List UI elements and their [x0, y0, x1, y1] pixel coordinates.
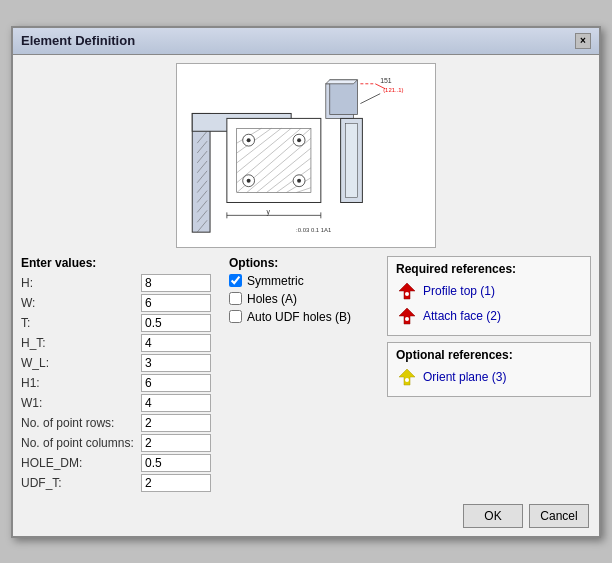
ref-icon-required-0	[396, 280, 418, 302]
ok-button[interactable]: OK	[463, 504, 523, 528]
checkbox-auto_udf[interactable]	[229, 310, 242, 323]
required-references-group: Required references: Profile top (1) Att…	[387, 256, 591, 336]
svg-text:151: 151	[380, 76, 392, 83]
options-container: Symmetric Holes (A) Auto UDF holes (B)	[229, 274, 379, 324]
field-label-h1: H1:	[21, 376, 141, 390]
svg-rect-2	[330, 79, 358, 114]
svg-text::0.03  0.1 1A1: :0.03 0.1 1A1	[296, 227, 331, 233]
option-label-symmetric: Symmetric	[247, 274, 304, 288]
option-row-auto_udf: Auto UDF holes (B)	[229, 310, 379, 324]
field-row-w: W:	[21, 294, 221, 312]
ref-label-required-0: Profile top (1)	[423, 284, 495, 298]
title-bar: Element Definition ×	[13, 28, 599, 55]
field-label-point_rows: No. of point rows:	[21, 416, 141, 430]
option-label-auto_udf: Auto UDF holes (B)	[247, 310, 351, 324]
field-row-w_l: W_L:	[21, 354, 221, 372]
svg-marker-52	[399, 308, 415, 324]
diagram-svg: 151 (121..1)	[177, 64, 435, 247]
optional-refs-container: Orient plane (3)	[396, 366, 582, 388]
svg-point-51	[405, 292, 409, 296]
svg-point-55	[405, 378, 409, 382]
option-row-holes: Holes (A)	[229, 292, 379, 306]
required-references-title: Required references:	[396, 262, 582, 276]
svg-point-40	[247, 178, 251, 182]
field-input-w[interactable]	[141, 294, 211, 312]
field-input-h1[interactable]	[141, 374, 211, 392]
field-row-hole_dm: HOLE_DM:	[21, 454, 221, 472]
svg-text:(121..1): (121..1)	[383, 86, 403, 92]
field-input-w_l[interactable]	[141, 354, 211, 372]
field-row-w1: W1:	[21, 394, 221, 412]
svg-marker-50	[399, 283, 415, 299]
references-section: Required references: Profile top (1) Att…	[387, 256, 591, 403]
field-label-h: H:	[21, 276, 141, 290]
svg-rect-44	[346, 123, 358, 197]
options-section: Options: Symmetric Holes (A) Auto UDF ho…	[229, 256, 379, 328]
field-row-h_t: H_T:	[21, 334, 221, 352]
field-input-point_rows[interactable]	[141, 414, 211, 432]
required-ref-item-1[interactable]: Attach face (2)	[396, 305, 582, 327]
ref-label-optional-0: Orient plane (3)	[423, 370, 506, 384]
enter-values-title: Enter values:	[21, 256, 221, 270]
field-input-h[interactable]	[141, 274, 211, 292]
field-label-t: T:	[21, 316, 141, 330]
field-label-w_l: W_L:	[21, 356, 141, 370]
field-row-point_rows: No. of point rows:	[21, 414, 221, 432]
field-input-w1[interactable]	[141, 394, 211, 412]
field-row-udf_t: UDF_T:	[21, 474, 221, 492]
svg-point-42	[297, 178, 301, 182]
ref-label-required-1: Attach face (2)	[423, 309, 501, 323]
options-title: Options:	[229, 256, 379, 270]
field-label-w: W:	[21, 296, 141, 310]
main-content-row: Enter values: H: W: T: H_T: W_L: H1: W1:…	[21, 256, 591, 494]
field-row-h: H:	[21, 274, 221, 292]
option-row-symmetric: Symmetric	[229, 274, 379, 288]
ref-icon-optional-0	[396, 366, 418, 388]
cancel-button[interactable]: Cancel	[529, 504, 589, 528]
svg-text:y: y	[266, 208, 270, 216]
diagram-canvas: 151 (121..1)	[176, 63, 436, 248]
required-refs-container: Profile top (1) Attach face (2)	[396, 280, 582, 327]
enter-values-section: Enter values: H: W: T: H_T: W_L: H1: W1:…	[21, 256, 221, 494]
svg-point-36	[247, 138, 251, 142]
svg-marker-3	[326, 79, 358, 83]
field-input-t[interactable]	[141, 314, 211, 332]
field-label-w1: W1:	[21, 396, 141, 410]
required-ref-item-0[interactable]: Profile top (1)	[396, 280, 582, 302]
field-row-t: T:	[21, 314, 221, 332]
field-row-h1: H1:	[21, 374, 221, 392]
fields-container: H: W: T: H_T: W_L: H1: W1: No. of point …	[21, 274, 221, 492]
dialog-body: 151 (121..1)	[13, 55, 599, 536]
field-label-hole_dm: HOLE_DM:	[21, 456, 141, 470]
field-input-udf_t[interactable]	[141, 474, 211, 492]
dialog-title: Element Definition	[21, 33, 135, 48]
field-label-udf_t: UDF_T:	[21, 476, 141, 490]
element-definition-dialog: Element Definition ×	[11, 26, 601, 538]
optional-references-group: Optional references: Orient plane (3)	[387, 342, 591, 397]
svg-point-53	[405, 317, 409, 321]
field-input-h_t[interactable]	[141, 334, 211, 352]
field-input-hole_dm[interactable]	[141, 454, 211, 472]
optional-ref-item-0[interactable]: Orient plane (3)	[396, 366, 582, 388]
field-label-h_t: H_T:	[21, 336, 141, 350]
svg-point-38	[297, 138, 301, 142]
close-button[interactable]: ×	[575, 33, 591, 49]
checkbox-holes[interactable]	[229, 292, 242, 305]
option-label-holes: Holes (A)	[247, 292, 297, 306]
diagram-area: 151 (121..1)	[21, 63, 591, 248]
field-input-point_cols[interactable]	[141, 434, 211, 452]
field-label-point_cols: No. of point columns:	[21, 436, 141, 450]
optional-references-title: Optional references:	[396, 348, 582, 362]
checkbox-symmetric[interactable]	[229, 274, 242, 287]
button-row: OK Cancel	[21, 504, 591, 528]
field-row-point_cols: No. of point columns:	[21, 434, 221, 452]
svg-marker-54	[399, 369, 415, 385]
ref-icon-required-1	[396, 305, 418, 327]
